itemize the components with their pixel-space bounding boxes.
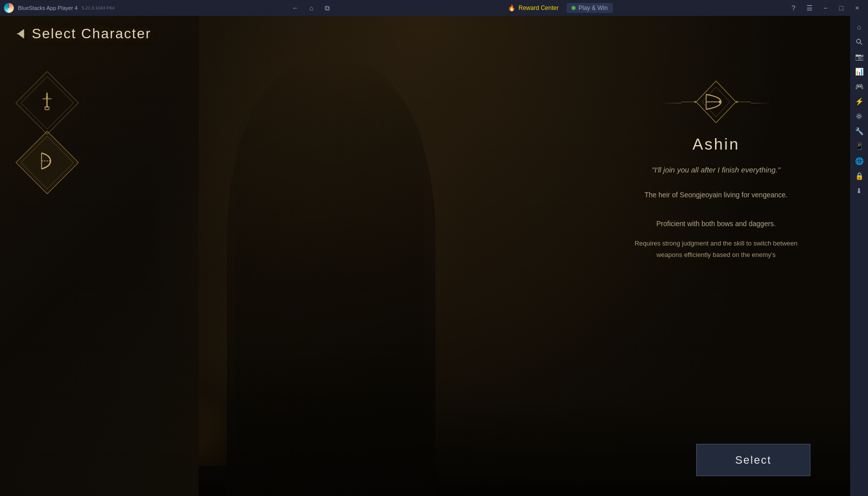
sidebar-network-icon[interactable]: 🌐 xyxy=(852,154,866,168)
weapon-icon-bow[interactable] xyxy=(15,131,78,194)
info-button[interactable]: ? xyxy=(787,2,800,13)
sidebar-tools-icon[interactable]: 🔧 xyxy=(852,124,866,138)
play-win-dot xyxy=(572,6,576,10)
sidebar-download-icon[interactable]: ⬇ xyxy=(852,184,866,198)
sidebar-settings-icon[interactable] xyxy=(852,109,866,123)
app-title: BlueStacks App Player 4 xyxy=(18,5,77,11)
title-bar: BlueStacks App Player 4 5.21.0.1043 P64 … xyxy=(0,0,868,16)
back-nav-button[interactable]: ← xyxy=(289,2,302,13)
svg-point-19 xyxy=(858,115,861,118)
close-button[interactable]: × xyxy=(850,2,864,13)
sidebar-stats-icon[interactable]: 📊 xyxy=(852,65,866,79)
character-weapon-decoration xyxy=(661,76,771,130)
character-skills-line2: Requires strong judgment and the skill t… xyxy=(622,238,810,261)
window-controls: ? ☰ − □ × xyxy=(787,2,864,13)
dagger-icon xyxy=(37,91,58,115)
fire-icon: 🔥 xyxy=(508,4,515,11)
svg-rect-5 xyxy=(45,107,49,110)
maximize-button[interactable]: □ xyxy=(834,2,848,13)
character-description: The heir of Seongjeoyain living for veng… xyxy=(645,189,788,201)
bow-icon xyxy=(37,151,58,175)
decoration-line-right xyxy=(751,103,771,103)
game-content-area: Select Character xyxy=(0,16,850,496)
weapon-icon-dagger[interactable] xyxy=(15,71,78,134)
select-button[interactable]: Select xyxy=(696,444,810,476)
multi-nav-button[interactable]: ⧉ xyxy=(320,2,334,13)
svg-marker-4 xyxy=(46,92,48,99)
character-skills-line1: Proficient with both bows and daggers. xyxy=(656,218,776,230)
svg-point-16 xyxy=(736,101,738,103)
decoration-line-left xyxy=(661,103,681,103)
title-bar-center: 🔥 Reward Center Play & Win xyxy=(508,3,612,13)
reward-center[interactable]: 🔥 Reward Center xyxy=(508,4,559,11)
page-header: Select Character xyxy=(15,26,151,42)
play-win-label: Play & Win xyxy=(579,4,608,11)
back-button[interactable] xyxy=(15,28,26,39)
sidebar-lock-icon[interactable]: 🔒 xyxy=(852,169,866,183)
svg-line-18 xyxy=(860,43,862,45)
bluestacks-logo xyxy=(4,3,14,13)
sidebar-search-icon[interactable] xyxy=(852,35,866,49)
sidebar-macro-icon[interactable]: ⚡ xyxy=(852,94,866,108)
character-image-area xyxy=(74,16,546,496)
character-info-panel: Ashin "I'll join you all after I finish … xyxy=(622,76,810,261)
back-arrow-icon xyxy=(15,28,26,39)
sidebar-phone-icon[interactable]: 📱 xyxy=(852,139,866,153)
title-bar-left: BlueStacks App Player 4 5.21.0.1043 P64 xyxy=(4,3,115,13)
home-nav-button[interactable]: ⌂ xyxy=(304,2,318,13)
play-win[interactable]: Play & Win xyxy=(567,3,613,13)
page-title: Select Character xyxy=(32,26,151,42)
character-body-shadow xyxy=(235,69,424,496)
svg-point-15 xyxy=(694,101,696,103)
character-quote: "I'll join you all after I finish everyt… xyxy=(652,164,781,176)
svg-point-17 xyxy=(857,39,861,43)
sidebar-gamepad-icon[interactable]: 🎮 xyxy=(852,80,866,93)
weapon-icon-list xyxy=(25,81,70,185)
reward-center-label: Reward Center xyxy=(518,4,559,11)
bow-svg-wrapper xyxy=(681,77,751,129)
menu-button[interactable]: ☰ xyxy=(802,2,816,13)
character-name: Ashin xyxy=(692,135,739,154)
bow-diamond-icon xyxy=(681,77,751,127)
right-sidebar: ⌂ 📷 📊 🎮 ⚡ 🔧 📱 🌐 🔒 ⬇ xyxy=(850,16,868,496)
sidebar-home-icon[interactable]: ⌂ xyxy=(852,20,866,34)
minimize-button[interactable]: − xyxy=(818,2,832,13)
sidebar-camera-icon[interactable]: 📷 xyxy=(852,50,866,64)
title-bar-nav: ← ⌂ ⧉ xyxy=(289,2,334,13)
app-version: 5.21.0.1043 P64 xyxy=(81,5,114,10)
